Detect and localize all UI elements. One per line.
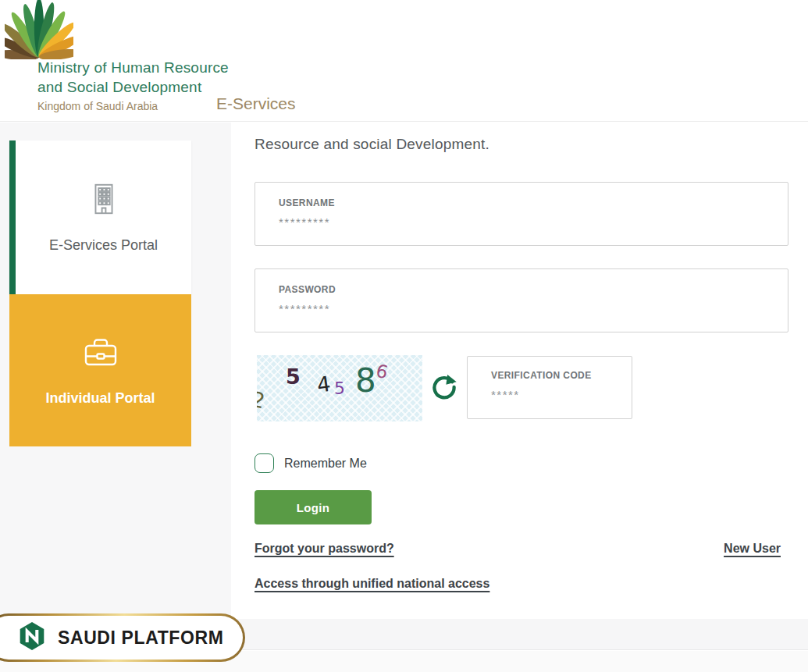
username-input[interactable]: ********* <box>279 215 764 229</box>
ministry-palm-logo-icon <box>5 0 73 62</box>
login-button[interactable]: Login <box>255 490 372 524</box>
briefcase-icon <box>81 334 120 373</box>
ministry-name: Ministry of Human Resource and Social De… <box>37 58 229 112</box>
saudi-platform-logo-icon <box>18 620 46 655</box>
password-label: PASSWORD <box>279 284 764 295</box>
sidebar-item-individual-portal[interactable]: Individual Portal <box>9 294 191 446</box>
ministry-name-line2: and Social Development <box>37 77 229 97</box>
remember-me-label: Remember Me <box>284 457 367 471</box>
username-field[interactable]: USERNAME ********* <box>255 182 788 246</box>
captcha-char: 5 <box>334 379 345 398</box>
saudi-platform-badge[interactable]: SAUDI PLATFORM <box>0 613 245 662</box>
remember-me-checkbox[interactable] <box>255 453 274 473</box>
building-icon <box>86 181 122 220</box>
forgot-password-link[interactable]: Forgot your password? <box>255 542 394 556</box>
sidebar-item-eservices-portal[interactable]: E-Services Portal <box>9 140 191 294</box>
portal-sidebar: E-Services Portal Individual Portal <box>0 123 231 672</box>
unified-national-access-link[interactable]: Access through unified national access <box>255 577 489 591</box>
verification-code-label: VERIFICATION CODE <box>491 370 608 381</box>
captcha-char: 8 <box>355 361 376 400</box>
saudi-platform-badge-inner: SAUDI PLATFORM <box>0 616 243 660</box>
password-input[interactable]: ********* <box>279 302 764 315</box>
sidebar-item-label: Individual Portal <box>45 390 155 407</box>
captcha-char: 4 <box>315 372 332 397</box>
refresh-icon <box>429 393 459 404</box>
captcha-image: 2 5 4 5 8 6 <box>257 355 422 421</box>
header: Ministry of Human Resource and Social De… <box>0 0 808 122</box>
captcha-refresh-button[interactable] <box>429 372 459 402</box>
captcha-char: 2 <box>257 387 267 414</box>
captcha-char: 6 <box>374 361 390 383</box>
login-form-area: Resource and social Development. USERNAM… <box>231 123 808 672</box>
ministry-subtitle: Kingdom of Saudi Arabia <box>37 100 229 112</box>
sidebar-item-label: E-Services Portal <box>49 237 158 254</box>
remember-me-row: Remember Me <box>255 453 367 473</box>
new-user-link[interactable]: New User <box>724 542 781 556</box>
username-label: USERNAME <box>279 197 764 208</box>
captcha-char: 5 <box>286 364 301 389</box>
section-title: E-Services <box>216 94 296 113</box>
password-field[interactable]: PASSWORD ********* <box>255 268 788 332</box>
verification-code-field[interactable]: VERIFICATION CODE ***** <box>467 356 632 419</box>
saudi-platform-label: SAUDI PLATFORM <box>58 628 223 649</box>
login-page: Ministry of Human Resource and Social De… <box>0 0 808 672</box>
ministry-name-line1: Ministry of Human Resource <box>37 58 229 77</box>
verification-code-input[interactable]: ***** <box>491 388 608 401</box>
welcome-text: Resource and social Development. <box>255 136 489 153</box>
